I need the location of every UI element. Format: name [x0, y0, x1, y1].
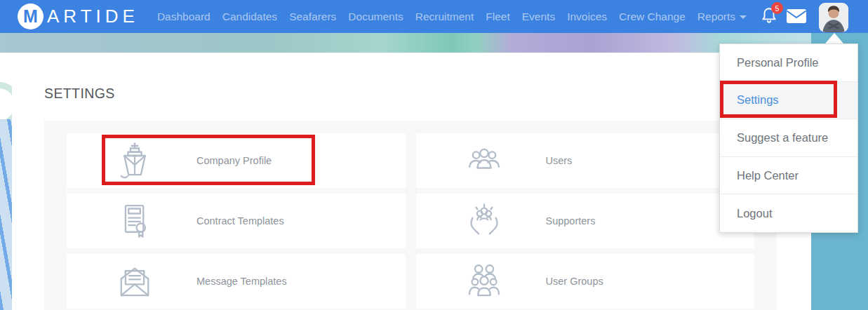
settings-card-label: User Groups — [546, 276, 603, 287]
nav-item-crew-change[interactable]: Crew Change — [619, 11, 686, 23]
messages-mail-icon[interactable] — [786, 8, 807, 25]
open-envelope-icon — [115, 262, 154, 301]
logo-m-icon: M — [18, 4, 44, 29]
background-left-strip — [0, 53, 12, 310]
nav-item-documents[interactable]: Documents — [348, 11, 403, 23]
nav-item-fleet[interactable]: Fleet — [486, 11, 509, 23]
settings-card-label: Message Templates — [196, 276, 287, 287]
top-navigation-bar: M ARTIDE Dashboard Candidates Seafarers … — [0, 0, 868, 33]
chevron-down-icon — [740, 15, 747, 19]
background-diagonal-stripes — [0, 119, 12, 310]
dropdown-arrow — [825, 33, 843, 43]
content-panel: SETTINGS Company Profile — [12, 53, 810, 310]
hands-holding-people-icon — [465, 201, 504, 241]
nav-item-candidates[interactable]: Candidates — [222, 11, 277, 23]
menu-item-suggest-a-feature[interactable]: Suggest a feature — [720, 119, 857, 157]
ship-icon — [115, 141, 154, 180]
nav-item-recruitment[interactable]: Recruitment — [415, 11, 474, 23]
contract-document-icon — [115, 201, 154, 241]
settings-card-contract-templates[interactable]: Contract Templates — [67, 194, 406, 248]
settings-card-label: Company Profile — [196, 155, 272, 166]
menu-item-settings[interactable]: Settings — [720, 82, 857, 120]
user-avatar[interactable] — [819, 3, 848, 32]
settings-grid: Company Profile Users — [44, 121, 777, 310]
menu-item-logout[interactable]: Logout — [720, 194, 857, 232]
menu-item-personal-profile[interactable]: Personal Profile — [720, 44, 857, 82]
settings-card-message-templates[interactable]: Message Templates — [67, 254, 406, 309]
settings-card-supporters[interactable]: Supporters — [416, 194, 755, 248]
notification-count-badge: 5 — [771, 2, 783, 14]
settings-card-user-groups[interactable]: User Groups — [416, 254, 755, 309]
menu-item-help-center[interactable]: Help Center — [720, 157, 857, 195]
logo-wordmark: ARTIDE — [47, 6, 139, 27]
settings-card-users[interactable]: Users — [416, 133, 755, 188]
settings-card-label: Contract Templates — [196, 215, 284, 227]
users-icon — [465, 141, 504, 180]
profile-dropdown-menu: Personal Profile Settings Suggest a feat… — [719, 43, 858, 233]
nav-item-events[interactable]: Events — [522, 11, 555, 23]
nav-item-seafarers[interactable]: Seafarers — [289, 11, 336, 23]
nav-item-reports[interactable]: Reports — [697, 11, 747, 23]
page-title: SETTINGS — [44, 86, 115, 102]
people-group-icon — [465, 262, 504, 301]
settings-card-label: Users — [546, 155, 573, 166]
martide-logo[interactable]: M ARTIDE — [18, 4, 139, 29]
settings-card-company-profile[interactable]: Company Profile — [67, 133, 406, 188]
main-nav: Dashboard Candidates Seafarers Documents… — [157, 11, 747, 23]
nav-item-dashboard[interactable]: Dashboard — [157, 11, 211, 23]
nav-item-invoices[interactable]: Invoices — [567, 11, 607, 23]
settings-card-label: Supporters — [546, 215, 596, 227]
martide-settings-page: M ARTIDE Dashboard Candidates Seafarers … — [0, 0, 868, 310]
